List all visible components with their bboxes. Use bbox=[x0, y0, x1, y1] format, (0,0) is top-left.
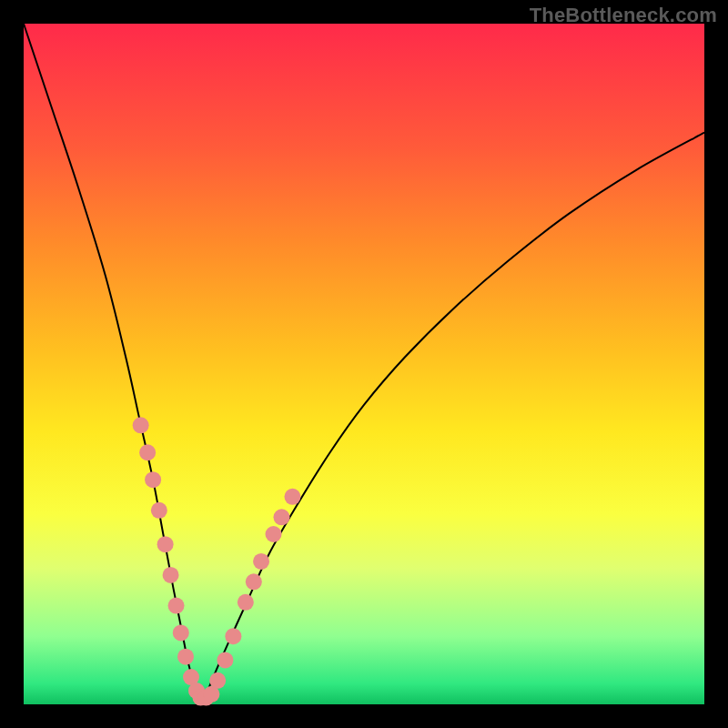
data-point bbox=[253, 553, 269, 570]
right-curve bbox=[200, 133, 704, 702]
data-point bbox=[168, 598, 185, 614]
data-point bbox=[273, 509, 289, 525]
data-point bbox=[133, 417, 149, 433]
data-point bbox=[157, 536, 174, 552]
data-point bbox=[217, 652, 233, 668]
data-point bbox=[266, 526, 282, 542]
data-point bbox=[284, 489, 300, 505]
data-point bbox=[139, 444, 156, 460]
data-point bbox=[173, 624, 189, 641]
data-point bbox=[246, 573, 262, 590]
data-point bbox=[145, 471, 161, 488]
data-point bbox=[225, 628, 241, 644]
data-point bbox=[163, 567, 179, 583]
data-point bbox=[209, 672, 226, 689]
data-point bbox=[238, 594, 254, 611]
data-point bbox=[151, 502, 167, 519]
bottleneck-chart bbox=[24, 24, 704, 704]
data-points bbox=[133, 417, 301, 705]
data-point bbox=[177, 649, 194, 665]
